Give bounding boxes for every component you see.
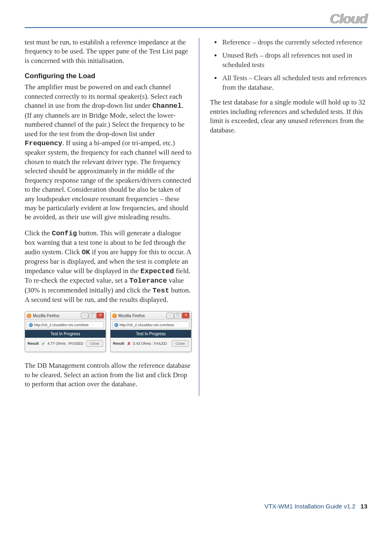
address-bar-row: http://v5_2.clouddev-vtx.com/test- ☆: [25, 320, 106, 330]
address-bar-row: http://v5_2.clouddev-vtx.com/test- ☆: [111, 320, 191, 330]
brand-logo: Cloud: [330, 11, 367, 27]
inline-code-frequency: Frequency: [25, 139, 62, 147]
result-value-failed: 3.43 Ohms : FAILED: [133, 341, 167, 346]
bookmark-star-icon[interactable]: ☆: [91, 323, 95, 327]
inline-code-expected: Expected: [141, 267, 174, 275]
inline-code-channel: Channel: [152, 102, 182, 110]
paragraph-config-button: Click the Config button. This will gener…: [25, 229, 191, 305]
cross-icon: ✘: [127, 341, 131, 346]
url-text: http://v5_2.clouddev-vtx.com/test-: [120, 323, 175, 327]
inline-code-test: Test: [152, 287, 169, 295]
popup-failed: Mozilla Firefox – ▢ ✕ http://v5_2.cloudd…: [110, 311, 191, 352]
paragraph-db-management: The DB Management controls allow the ref…: [25, 361, 191, 389]
progress-banner: Test In Progress: [111, 330, 191, 338]
url-text: http://v5_2.clouddev-vtx.com/test-: [34, 323, 90, 327]
popup-passed: Mozilla Firefox – ▢ ✕ http://v5_2.cloudd…: [25, 311, 106, 352]
firefox-icon: [112, 313, 117, 318]
minimize-button[interactable]: –: [166, 313, 174, 318]
minimize-button[interactable]: –: [81, 313, 88, 318]
inline-code-ok: OK: [82, 248, 90, 256]
paragraph-db-limit: The test database for a single module wi…: [210, 98, 367, 135]
right-column: Reference – drops the currently selected…: [208, 38, 367, 396]
text-run: Click the: [25, 229, 52, 237]
intro-paragraph: test must be run, to establish a referen…: [25, 38, 191, 65]
page-number: 13: [360, 503, 367, 510]
close-button[interactable]: Close: [86, 340, 103, 347]
result-value-passed: 4.77 Ohms : PASSED: [48, 341, 83, 346]
maximize-button[interactable]: ▢: [89, 313, 96, 318]
inline-code-tolerance: Tolerance: [129, 277, 167, 285]
footer-title: VTX-WM1 Installation Guide v1.2: [264, 503, 355, 510]
bookmark-star-icon[interactable]: ☆: [176, 323, 180, 327]
progress-banner: Test In Progress: [25, 330, 106, 338]
window-close-button[interactable]: ✕: [97, 313, 104, 318]
text-run: . If using a bi-amped (or tri-amped, etc…: [25, 139, 191, 221]
paragraph-config-load: The amplifier must be powered on and eac…: [25, 83, 191, 222]
close-button[interactable]: Close: [172, 340, 189, 347]
bullet-all-tests: All Tests – Clears all scheduled tests a…: [210, 74, 367, 92]
globe-icon: [114, 323, 118, 327]
result-label: Result: [113, 341, 125, 346]
screenshot-row: Mozilla Firefox – ▢ ✕ http://v5_2.cloudd…: [25, 311, 191, 352]
bullet-list: Reference – drops the currently selected…: [210, 38, 367, 92]
result-row: Result ✔ 4.77 Ohms : PASSED Close: [25, 338, 106, 352]
window-close-button[interactable]: ✕: [182, 313, 189, 318]
maximize-button[interactable]: ▢: [174, 313, 182, 318]
result-row: Result ✘ 3.43 Ohms : FAILED Close: [111, 338, 191, 352]
header-rule: Cloud: [25, 12, 367, 28]
inline-code-config: Config: [52, 230, 77, 237]
address-bar[interactable]: http://v5_2.clouddev-vtx.com/test- ☆: [112, 321, 189, 328]
result-label: Result: [28, 341, 39, 346]
window-title: Mozilla Firefox: [118, 313, 145, 318]
firefox-icon: [27, 313, 31, 318]
globe-icon: [29, 323, 33, 327]
page-footer: VTX-WM1 Installation Guide v1.2 13: [25, 503, 367, 510]
address-bar[interactable]: http://v5_2.clouddev-vtx.com/test- ☆: [27, 321, 104, 328]
window-title-bar: Mozilla Firefox – ▢ ✕: [25, 311, 106, 320]
check-icon: ✔: [42, 341, 45, 346]
left-column: test must be run, to establish a referen…: [25, 38, 199, 396]
bullet-unused-refs: Unused Refs – drops all references not u…: [210, 51, 367, 70]
window-title: Mozilla Firefox: [33, 313, 59, 318]
bullet-reference: Reference – drops the currently selected…: [210, 38, 367, 47]
section-heading-configuring: Configuring the Load: [25, 72, 191, 80]
window-title-bar: Mozilla Firefox – ▢ ✕: [111, 311, 191, 320]
